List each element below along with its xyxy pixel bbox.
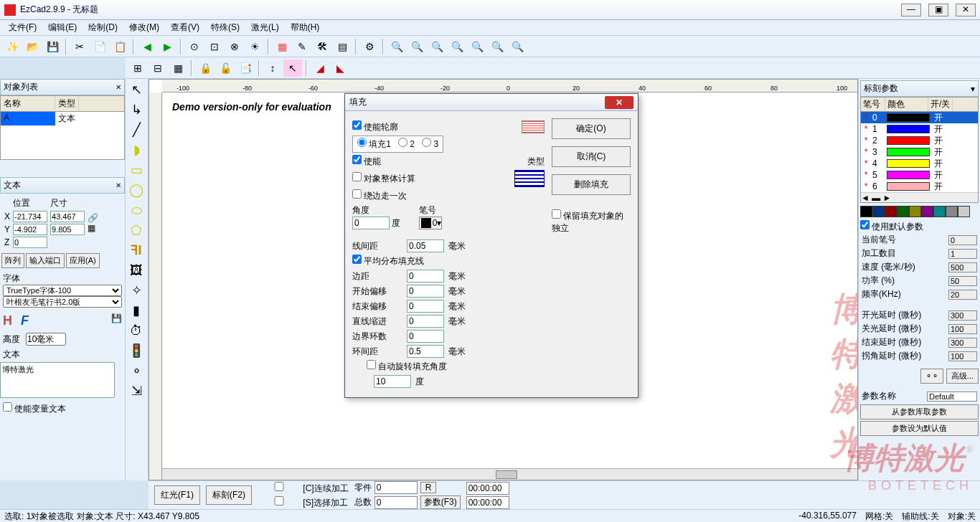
redo-icon[interactable]: ▶: [158, 38, 176, 55]
var-text-checkbox[interactable]: 使能变量文本: [3, 404, 66, 414]
pen-row[interactable]: *5开: [861, 169, 978, 181]
menu-special[interactable]: 特殊(S): [205, 20, 245, 35]
snap2-icon[interactable]: ⊡: [205, 38, 224, 55]
param-input[interactable]: [948, 235, 977, 245]
move-icon[interactable]: ↕: [263, 60, 282, 77]
mirror-h-icon[interactable]: ◢: [311, 60, 329, 77]
rect-icon[interactable]: ▭: [127, 161, 146, 179]
color-swatch[interactable]: [860, 206, 872, 217]
total-input[interactable]: [374, 496, 418, 509]
pen-row[interactable]: *1开: [861, 123, 978, 135]
color-swatch[interactable]: [897, 206, 909, 217]
hatch-preview-icon[interactable]: [522, 120, 545, 133]
select-icon[interactable]: ↖: [127, 80, 146, 99]
zoomin-icon[interactable]: 🔍: [407, 38, 426, 55]
param-input[interactable]: [948, 262, 977, 272]
x-input[interactable]: [13, 211, 47, 222]
h-scrollbar[interactable]: [162, 468, 857, 480]
ext-icon[interactable]: ⇲: [127, 381, 146, 400]
color-swatch[interactable]: [909, 206, 921, 217]
menu-file[interactable]: 文件(F): [3, 20, 42, 35]
menu-view[interactable]: 查看(V): [165, 20, 205, 35]
status-obj[interactable]: 对象:关: [948, 511, 976, 522]
zoomout-icon[interactable]: 🔍: [428, 38, 446, 55]
color-swatch[interactable]: [921, 206, 933, 217]
pen-row[interactable]: *2开: [861, 135, 978, 146]
continuous-checkbox[interactable]: [C]连续加工: [258, 482, 349, 495]
autorotate-input[interactable]: [374, 375, 411, 388]
object-list[interactable]: 名称 类型 A 文本: [0, 95, 125, 160]
default-param-checkbox[interactable]: 使用默认参数: [860, 220, 979, 233]
param-input[interactable]: [948, 276, 977, 286]
zoomwin-icon[interactable]: 🔍: [488, 38, 507, 55]
avg-checkbox[interactable]: 平均分布填充线: [352, 255, 424, 267]
cancel-button[interactable]: 取消(C): [552, 146, 631, 167]
around-checkbox[interactable]: 绕边走一次: [352, 189, 407, 202]
font-type-select[interactable]: TrueType字体-100: [3, 285, 122, 296]
paste-icon[interactable]: 📋: [110, 38, 129, 55]
height-input[interactable]: [26, 333, 66, 346]
color-strip[interactable]: [860, 206, 979, 217]
image-icon[interactable]: 🖼: [127, 261, 146, 280]
status-snap[interactable]: 辅助线:关: [902, 511, 938, 522]
zoomext-icon[interactable]: 🔍: [508, 38, 527, 55]
color-swatch[interactable]: [885, 206, 897, 217]
io-icon[interactable]: 🚦: [127, 341, 146, 360]
close-panel-icon[interactable]: ✕: [116, 83, 121, 91]
pen-row[interactable]: *0开: [861, 112, 978, 123]
undo-icon[interactable]: ◀: [138, 38, 156, 55]
tool2-icon[interactable]: 🛠: [313, 38, 331, 55]
text-icon[interactable]: ꟻI: [127, 241, 146, 260]
circle-icon[interactable]: ◯: [127, 181, 146, 199]
snap1-icon[interactable]: ⊙: [185, 38, 204, 55]
pen-table[interactable]: 笔号 颜色 开/关 *0开*1开*2开*3开*4开*5开*6开 ◄ ▬ ►: [860, 97, 979, 203]
barcode-icon[interactable]: ▮: [127, 301, 146, 320]
param-input[interactable]: [948, 310, 977, 321]
color-swatch[interactable]: [958, 206, 970, 217]
load-param-button[interactable]: 从参数库取参数: [860, 404, 979, 419]
font-style1-icon[interactable]: H: [3, 313, 12, 328]
lock-icon[interactable]: 🔒: [196, 60, 215, 77]
zoom-icon[interactable]: 🔍: [387, 38, 406, 55]
ok-button[interactable]: 确定(O): [552, 118, 631, 139]
color-swatch[interactable]: [933, 206, 946, 217]
fill-radio-group[interactable]: 填充1 2 3: [352, 136, 443, 153]
markparam-header[interactable]: 标刻参数 ▾: [860, 80, 979, 97]
dialog-close-icon[interactable]: ✕: [605, 96, 633, 109]
param-input[interactable]: [948, 351, 977, 361]
polygon-icon[interactable]: ⬠: [127, 221, 146, 239]
layer-icon[interactable]: 📑: [236, 60, 255, 77]
color-swatch[interactable]: [872, 206, 885, 217]
y-input[interactable]: [13, 224, 47, 235]
ellipse-icon[interactable]: ⬭: [127, 201, 146, 219]
startoff-input[interactable]: [407, 285, 444, 298]
new-icon[interactable]: ✨: [3, 38, 22, 55]
align-icon[interactable]: ▦: [169, 60, 187, 77]
param-name-input[interactable]: [927, 392, 977, 402]
line-icon[interactable]: ╱: [127, 120, 146, 139]
zoomall-icon[interactable]: 🔍: [448, 38, 466, 55]
enable-outline-checkbox[interactable]: 使能轮廓: [352, 120, 398, 133]
panel-menu-icon[interactable]: ▾: [971, 84, 975, 94]
system-icon[interactable]: ⚙: [360, 38, 379, 55]
param-input[interactable]: [948, 324, 977, 334]
node-icon[interactable]: ↳: [127, 100, 146, 119]
menu-help[interactable]: 帮助(H): [285, 20, 326, 35]
tool1-icon[interactable]: ✎: [293, 38, 311, 55]
autorotate-checkbox[interactable]: 自动旋转填充角度: [367, 360, 447, 373]
menu-draw[interactable]: 绘制(D): [83, 20, 123, 35]
keep-indep-checkbox[interactable]: 保留填充对象的独立: [552, 209, 631, 234]
rings-input[interactable]: [407, 330, 444, 343]
delete-fill-button[interactable]: 删除填充: [552, 174, 631, 195]
snap3-icon[interactable]: ⊗: [225, 38, 244, 55]
encoder-icon[interactable]: ⚬: [127, 361, 146, 380]
minimize-button[interactable]: ―: [901, 4, 921, 16]
tool3-icon[interactable]: ▤: [333, 38, 352, 55]
save-font-icon[interactable]: 💾: [111, 313, 122, 328]
copy-icon[interactable]: 📄: [90, 38, 109, 55]
ioport-button[interactable]: 输入端口: [26, 253, 65, 268]
mirror-v-icon[interactable]: ◣: [331, 60, 349, 77]
ungroup-icon[interactable]: ⊟: [149, 60, 167, 77]
vector-icon[interactable]: ✧: [127, 281, 146, 300]
group-icon[interactable]: ⊞: [128, 60, 147, 77]
